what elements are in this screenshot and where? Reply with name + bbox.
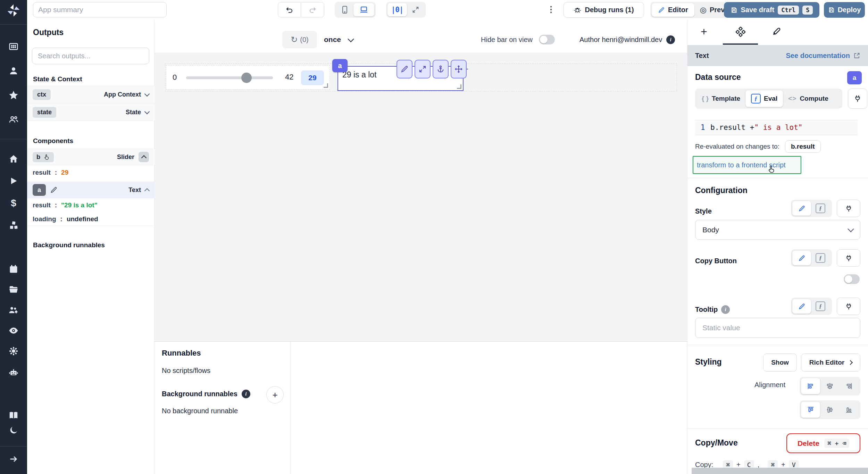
expand-canvas-icon[interactable] bbox=[407, 3, 424, 16]
center-canvas-icon[interactable]: |0| bbox=[387, 3, 407, 16]
ctx-row[interactable]: ctx App Context bbox=[27, 86, 155, 103]
play-icon[interactable] bbox=[9, 176, 18, 186]
slider-value-badge[interactable]: 29 bbox=[301, 70, 324, 85]
align-right-button[interactable] bbox=[839, 378, 858, 394]
connect-tooltip-button[interactable] bbox=[837, 298, 860, 315]
settings-tab-components-icon[interactable] bbox=[735, 27, 746, 37]
expand-component-button[interactable] bbox=[415, 60, 431, 78]
run-mode-select[interactable]: once bbox=[324, 31, 353, 48]
mobile-view-button[interactable] bbox=[336, 3, 353, 16]
calendar-icon[interactable] bbox=[9, 264, 18, 274]
info-icon[interactable]: i bbox=[242, 390, 250, 398]
styling-tab-brush-icon[interactable] bbox=[771, 27, 781, 37]
star-icon[interactable] bbox=[8, 90, 19, 100]
static-mode-button[interactable] bbox=[792, 299, 811, 314]
connect-input-button[interactable] bbox=[848, 89, 867, 109]
redo-button[interactable] bbox=[301, 2, 324, 17]
search-outputs-input[interactable] bbox=[32, 48, 149, 64]
reevaluated-dependency-pill[interactable]: b.result bbox=[785, 140, 821, 153]
debug-runs-button[interactable]: Debug runs (1) bbox=[564, 2, 644, 18]
align-center-h-button[interactable] bbox=[820, 378, 839, 394]
slider-component[interactable]: 0 42 29 bbox=[166, 65, 330, 90]
copy-button-toggle[interactable] bbox=[844, 274, 860, 284]
tab-template[interactable]: { } Template bbox=[696, 90, 745, 107]
horizontal-scrollbar[interactable] bbox=[692, 468, 868, 474]
chevron-up-icon[interactable] bbox=[144, 188, 150, 194]
align-top-button[interactable] bbox=[801, 402, 820, 418]
home-icon[interactable] bbox=[8, 154, 19, 164]
tab-eval[interactable]: ƒ Eval bbox=[745, 90, 783, 107]
static-mode-button[interactable] bbox=[792, 251, 811, 265]
align-bottom-button[interactable] bbox=[839, 402, 858, 418]
gear-icon[interactable] bbox=[8, 346, 19, 356]
transform-frontend-script-box[interactable]: transform to a frontend script bbox=[693, 156, 801, 174]
chevron-down-icon[interactable] bbox=[144, 91, 150, 97]
state-row[interactable]: state State bbox=[27, 103, 155, 121]
edit-component-button[interactable] bbox=[397, 60, 412, 78]
slider-id-chip[interactable]: b bbox=[33, 152, 54, 162]
component-row-text[interactable]: a Text bbox=[27, 182, 155, 198]
desktop-view-button[interactable] bbox=[353, 3, 374, 16]
align-left-button[interactable] bbox=[801, 378, 820, 394]
app-summary-input[interactable] bbox=[33, 2, 167, 17]
component-id-badge[interactable]: a bbox=[332, 59, 348, 72]
collapse-slider-button[interactable] bbox=[139, 152, 149, 162]
robot-icon[interactable] bbox=[8, 367, 19, 378]
user-icon[interactable] bbox=[8, 66, 19, 76]
info-icon[interactable]: i bbox=[721, 305, 730, 314]
see-documentation-link[interactable]: See documentation bbox=[786, 52, 860, 60]
dollar-icon[interactable]: $ bbox=[11, 198, 16, 209]
moon-icon[interactable] bbox=[9, 425, 18, 435]
resize-handle[interactable] bbox=[324, 83, 328, 88]
chevron-down-icon[interactable] bbox=[144, 109, 150, 114]
fx-icon: ƒ bbox=[816, 203, 825, 213]
deploy-button[interactable]: Deploy bbox=[824, 2, 865, 18]
book-icon[interactable] bbox=[8, 410, 19, 421]
anchor-component-button[interactable] bbox=[433, 60, 449, 78]
connect-style-button[interactable] bbox=[837, 200, 860, 217]
more-menu-icon[interactable]: ⋮ bbox=[547, 5, 555, 14]
folder-icon[interactable] bbox=[8, 284, 19, 295]
eval-mode-button[interactable]: ƒ bbox=[811, 201, 830, 216]
rich-editor-button[interactable]: Rich Editor bbox=[801, 354, 860, 372]
undo-button[interactable] bbox=[278, 2, 301, 17]
add-background-runnable-button[interactable]: + bbox=[266, 386, 284, 404]
static-mode-button[interactable] bbox=[792, 201, 811, 216]
tab-editor[interactable]: Editor bbox=[652, 3, 694, 17]
save-draft-button[interactable]: Save draft Ctrl S bbox=[724, 2, 819, 18]
hide-bar-toggle[interactable] bbox=[539, 35, 555, 44]
collapse-arrow-icon[interactable] bbox=[9, 454, 18, 464]
align-left-icon bbox=[807, 382, 815, 390]
eval-mode-button[interactable]: ƒ bbox=[811, 251, 830, 265]
edit-id-pencil-icon[interactable] bbox=[50, 186, 58, 194]
slider-type-label: Slider bbox=[117, 153, 134, 161]
ctx-key-chip[interactable]: ctx bbox=[33, 89, 51, 100]
packages-icon[interactable] bbox=[8, 220, 19, 231]
slider-handle[interactable] bbox=[241, 73, 252, 83]
show-styling-button[interactable]: Show bbox=[763, 354, 797, 372]
pencil-icon bbox=[798, 255, 806, 262]
eval-mode-button[interactable]: ƒ bbox=[811, 299, 830, 314]
slider-track[interactable] bbox=[186, 76, 273, 79]
tooltip-input[interactable] bbox=[695, 318, 860, 338]
info-icon[interactable]: i bbox=[666, 35, 675, 44]
delete-component-button[interactable]: Delete ⌘ + ⌫ bbox=[786, 433, 860, 453]
component-row-slider[interactable]: b Slider bbox=[27, 149, 155, 165]
state-key-chip[interactable]: state bbox=[33, 107, 56, 118]
apps-icon[interactable] bbox=[8, 41, 19, 52]
eval-code-editor[interactable]: 1 b.result + " is a lot" bbox=[695, 120, 858, 135]
align-center-v-button[interactable] bbox=[820, 402, 839, 418]
tab-compute[interactable]: <> Compute bbox=[783, 90, 834, 107]
eye-icon[interactable] bbox=[8, 325, 19, 336]
resize-handle[interactable] bbox=[457, 84, 461, 89]
move-component-button[interactable] bbox=[451, 60, 467, 78]
connect-copy-button[interactable] bbox=[837, 249, 860, 267]
refresh-runnables-button[interactable]: ↻ (0) bbox=[282, 31, 317, 48]
user-group-gear-icon[interactable] bbox=[8, 305, 19, 315]
windmill-logo-icon[interactable] bbox=[6, 3, 21, 18]
style-select[interactable]: Body bbox=[695, 220, 860, 240]
text-id-chip[interactable]: a bbox=[33, 184, 46, 196]
insert-component-tab-plus-icon[interactable]: + bbox=[701, 25, 707, 38]
data-source-component-badge[interactable]: a bbox=[847, 71, 862, 84]
user-group-icon[interactable] bbox=[8, 114, 19, 125]
